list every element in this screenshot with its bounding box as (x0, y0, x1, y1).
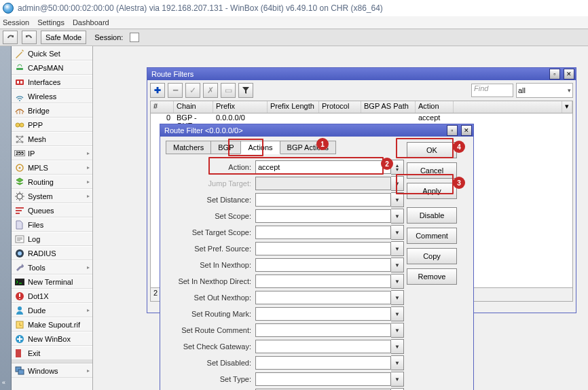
tab-matchers[interactable]: Matchers (166, 141, 211, 154)
sidebar-item-system[interactable]: System▸ (12, 189, 92, 203)
undo-button[interactable] (3, 31, 18, 44)
detail-close-icon[interactable]: ✕ (461, 125, 472, 136)
disable-side-button[interactable]: Disable (407, 207, 457, 224)
interfaces-icon (14, 77, 25, 88)
remove-side-button[interactable]: Remove (407, 268, 457, 285)
routing-icon (14, 177, 25, 188)
action-input[interactable]: accept (255, 160, 391, 174)
sidebar-item-new-terminal[interactable]: New Terminal (12, 274, 92, 289)
rf-close-icon[interactable]: ✕ (564, 69, 574, 79)
sidebar-item-exit[interactable]: Exit (12, 346, 92, 360)
comment-button[interactable]: ▭ (221, 83, 236, 98)
routing-mark-input[interactable] (255, 307, 391, 321)
enable-button[interactable]: ✓ (185, 83, 200, 98)
action-dropdown[interactable] (391, 160, 404, 175)
sidebar-item-files[interactable]: Files (12, 217, 92, 232)
filter-select[interactable]: all (516, 83, 573, 98)
session-checkbox[interactable] (130, 33, 139, 42)
table-row[interactable]: 0 BGP - OUT 0.0.0.0/0 accept (150, 113, 573, 124)
menu-session[interactable]: Session (3, 18, 29, 26)
out-nexthop-input[interactable] (255, 291, 391, 304)
exit-icon (14, 348, 25, 359)
svg-rect-1 (16, 79, 24, 85)
queues-icon (14, 205, 25, 216)
sidebar-item-label: CAPsMAN (28, 64, 64, 72)
filter-button[interactable] (238, 83, 253, 98)
target-scope-input[interactable] (255, 226, 391, 239)
rf-title-btn-a[interactable]: ▫ (549, 69, 560, 79)
sidebar-item-label: New WinBox (28, 335, 71, 343)
sidebar-item-label: PPP (28, 121, 43, 129)
collapse-arrow-icon[interactable]: « (2, 379, 5, 386)
mpls-icon (14, 162, 25, 173)
sidebar-item-log[interactable]: Log (12, 232, 92, 246)
svg-rect-2 (17, 81, 19, 84)
sidebar-item-mesh[interactable]: Mesh (12, 132, 92, 146)
detail-title-btn-a[interactable]: ▫ (447, 125, 458, 136)
sidebar-item-new-winbox[interactable]: New WinBox (12, 332, 92, 346)
set-type-input[interactable] (255, 372, 391, 386)
sidebar-item-dude[interactable]: Dude▸ (12, 303, 92, 317)
add-button[interactable]: ✚ (150, 83, 165, 98)
comment-side-button[interactable]: Comment (407, 228, 457, 244)
sidebar-item-windows[interactable]: Windows▸ (12, 364, 92, 378)
ok-button[interactable]: OK (407, 142, 457, 158)
redo-button[interactable] (22, 31, 37, 44)
in-nexthop-direct-input[interactable] (255, 274, 391, 288)
sidebar-item-dot1x[interactable]: Dot1X (12, 289, 92, 303)
in-nexthop-input[interactable] (255, 258, 391, 272)
sidebar-item-routing[interactable]: Routing▸ (12, 175, 92, 189)
sidebar-item-label: Quick Set (28, 50, 60, 58)
sidebar-item-label: Exit (28, 349, 40, 357)
row-count: 2 (153, 289, 158, 297)
ip-icon: 255 (14, 148, 25, 159)
radius-icon (14, 248, 25, 259)
sidebar-item-ppp[interactable]: PPP (12, 118, 92, 132)
rf-title: Route Filters (151, 70, 194, 78)
sidebar-item-capsman[interactable]: CAPsMAN (12, 60, 92, 75)
svg-rect-0 (16, 68, 23, 70)
pref-source-input[interactable] (255, 242, 391, 255)
safemode-button[interactable]: Safe Mode (41, 31, 86, 44)
chevron-right-icon: ▸ (87, 164, 90, 171)
check-gateway-input[interactable] (255, 340, 391, 353)
tab-actions[interactable]: Actions (240, 141, 280, 154)
apply-button[interactable]: Apply (407, 183, 457, 199)
sidebar-item-mpls[interactable]: MPLS▸ (12, 160, 92, 175)
sidebar-item-label: Mesh (28, 135, 46, 143)
window-title: admin@50:00:00:02:00:00 (Alestra) via 19… (18, 3, 383, 13)
copy-button[interactable]: Copy (407, 248, 457, 264)
sidebar-item-ip[interactable]: 255IP▸ (12, 146, 92, 160)
sidebar-item-bridge[interactable]: Bridge (12, 103, 92, 118)
menu-dashboard[interactable]: Dashboard (73, 18, 109, 26)
distance-input[interactable] (255, 193, 391, 207)
jump-drop[interactable] (391, 176, 404, 191)
tools-icon (14, 262, 25, 273)
sidebar-item-wireless[interactable]: Wireless (12, 89, 92, 103)
route-comment-input[interactable] (255, 323, 391, 337)
app-logo (3, 3, 14, 14)
disable-button[interactable]: ✗ (203, 83, 218, 98)
tab-bgp[interactable]: BGP (210, 141, 241, 154)
scope-input[interactable] (255, 209, 391, 223)
sidebar-item-tools[interactable]: Tools▸ (12, 260, 92, 274)
menu-settings[interactable]: Settings (37, 18, 65, 26)
sidebar-item-label: Queues (28, 207, 54, 215)
ppp-icon (14, 120, 25, 130)
svg-point-22 (18, 306, 22, 311)
sidebar-item-queues[interactable]: Queues (12, 203, 92, 217)
tab-bgp-actions[interactable]: BGP Actions (280, 141, 337, 154)
action-label: Action: (163, 163, 255, 171)
sidebar-item-quick-set[interactable]: Quick Set (12, 46, 92, 60)
find-input[interactable]: Find (471, 84, 513, 97)
cancel-button[interactable]: Cancel (407, 162, 457, 179)
sidebar-item-radius[interactable]: RADIUS (12, 246, 92, 260)
sidebar-item-make-supout-rif[interactable]: Make Supout.rif (12, 317, 92, 332)
svg-rect-16 (16, 213, 20, 214)
remove-button[interactable]: ━ (168, 83, 183, 98)
chevron-right-icon: ▸ (87, 193, 90, 199)
jump-label: Jump Target: (163, 179, 255, 188)
set-disabled-input[interactable] (255, 356, 391, 370)
sidebar-item-interfaces[interactable]: Interfaces (12, 75, 92, 89)
svg-rect-25 (16, 349, 21, 357)
